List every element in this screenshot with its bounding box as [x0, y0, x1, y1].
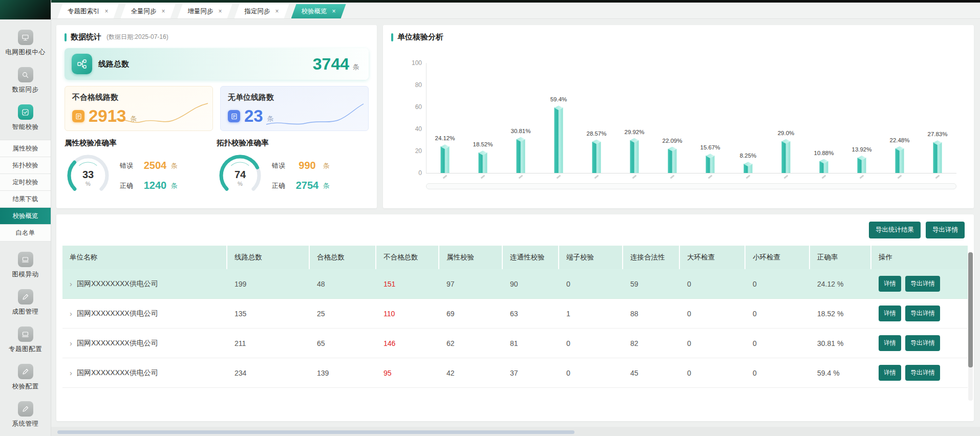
- tab-增量同步[interactable]: 增量同步×: [178, 4, 232, 18]
- tab-校验概览[interactable]: 校验概览×: [291, 4, 346, 18]
- row-actions-cell: 详情导出详情: [871, 365, 968, 381]
- table-row[interactable]: ›国网XXXXXXXX供电公司2116514662810820030.81 %详…: [62, 329, 968, 358]
- document-icon: [228, 110, 240, 122]
- sidebar-item-图模异动[interactable]: 图模异动: [0, 252, 51, 279]
- tab-close-icon[interactable]: ×: [332, 8, 336, 15]
- bar-27.83%: [933, 142, 942, 173]
- bar-30.81%: [517, 139, 525, 173]
- table-cell: 18.52 %: [810, 310, 871, 318]
- bar-top-cap: [479, 150, 487, 155]
- sidebar-item-电网图模中心[interactable]: 电网图模中心: [0, 30, 51, 57]
- attribute-correct-count: 1240: [139, 180, 171, 191]
- grid-model-center-icon: [18, 30, 33, 45]
- sidebar-subitem-拓扑校验[interactable]: 拓扑校验: [0, 157, 51, 174]
- row-actions-cell: 详情导出详情: [871, 276, 968, 292]
- bar-top-cap: [896, 146, 904, 151]
- attribute-accuracy-gauge: 33 %: [65, 152, 112, 199]
- bar-value-label: 13.92%: [851, 146, 871, 152]
- sidebar: 电网图模中心数据同步智能校验 属性校验拓扑校验定时校验结果下载校验概览白名单 图…: [0, 0, 51, 436]
- tab-close-icon[interactable]: ×: [105, 8, 109, 15]
- topology-error-row: 错误 990 条: [272, 160, 332, 171]
- tab-close-icon[interactable]: ×: [275, 8, 279, 15]
- sidebar-item-专题图配置[interactable]: 专题图配置: [0, 326, 51, 354]
- detail-button[interactable]: 详情: [879, 365, 901, 381]
- table-row[interactable]: ›国网XXXXXXXX供电公司1352511069631880018.52 %详…: [62, 299, 968, 329]
- column-header-合格总数: 合格总数: [310, 246, 376, 269]
- export-details-button[interactable]: 导出详情: [926, 222, 965, 238]
- table-cell: 81: [503, 339, 559, 347]
- line-total-unit: 条: [353, 62, 359, 72]
- expand-chevron-icon[interactable]: ›: [70, 279, 72, 288]
- y-axis-tick: 80: [400, 81, 422, 89]
- y-axis-tick: 20: [400, 147, 422, 155]
- theme-map-config-icon: [18, 326, 33, 342]
- chart-datazoom-slider[interactable]: [426, 183, 956, 189]
- model-change-icon: [18, 252, 33, 267]
- table-row[interactable]: ›国网XXXXXXXX供电公司1994815197900590024.12 %详…: [62, 269, 968, 299]
- tab-close-icon[interactable]: ×: [219, 8, 222, 15]
- table-header-row: 单位名称线路总数合格总数不合格总数属性校验连通性校验端子校验连接合法性大环检查小…: [62, 246, 968, 269]
- sidebar-item-数据同步[interactable]: 数据同步: [0, 67, 51, 94]
- table-row[interactable]: ›国网XXXXXXXX供电公司2341399542370450059.4 %详情…: [62, 358, 968, 388]
- table-toolbar: 导出统计结果 导出详情: [62, 222, 968, 238]
- sidebar-item-系统管理[interactable]: 系统管理: [0, 401, 51, 428]
- x-axis-label-mark: [860, 175, 864, 179]
- export-detail-button[interactable]: 导出详情: [905, 306, 940, 321]
- tab-close-icon[interactable]: ×: [162, 8, 165, 15]
- bar-24.12%: [441, 146, 450, 173]
- sidebar-item-校验配置[interactable]: 校验配置: [0, 364, 51, 391]
- bar-13.92%: [858, 158, 866, 173]
- expand-chevron-icon[interactable]: ›: [70, 339, 72, 347]
- column-header-端子校验: 端子校验: [559, 246, 623, 269]
- table-cell: 45: [623, 369, 680, 377]
- detail-button[interactable]: 详情: [879, 276, 901, 292]
- attribute-error-count: 2504: [139, 160, 171, 171]
- tab-指定同步[interactable]: 指定同步×: [235, 4, 289, 18]
- table-cell: 0: [680, 369, 745, 377]
- data-statistics-panel: 数据统计 (数据日期:2025-07-16) 线路总数 3744 条 不合格: [56, 25, 377, 208]
- unit-name-cell: ›国网XXXXXXXX供电公司: [62, 279, 227, 289]
- top-row: 数据统计 (数据日期:2025-07-16) 线路总数 3744 条 不合格: [56, 25, 974, 208]
- bar-value-label: 10.88%: [814, 150, 834, 156]
- topology-error-count: 990: [291, 160, 323, 171]
- table-vertical-scrollbar-thumb[interactable]: [968, 252, 973, 367]
- export-detail-button[interactable]: 导出详情: [905, 365, 940, 381]
- sidebar-item-成图管理[interactable]: 成图管理: [0, 289, 51, 316]
- line-total-label: 线路总数: [98, 59, 129, 69]
- sidebar-subitem-白名单[interactable]: 白名单: [0, 225, 51, 242]
- export-detail-button[interactable]: 导出详情: [905, 276, 940, 292]
- column-header-大环检查: 大环检查: [680, 246, 745, 269]
- table-cell: 48: [310, 280, 376, 288]
- tab-全量同步[interactable]: 全量同步×: [121, 4, 176, 18]
- expand-chevron-icon[interactable]: ›: [70, 309, 72, 318]
- sidebar-subitem-校验概览[interactable]: 校验概览: [0, 208, 51, 225]
- export-detail-button[interactable]: 导出详情: [905, 335, 940, 351]
- sidebar-item-智能校验[interactable]: 智能校验: [0, 104, 51, 132]
- table-cell: 37: [503, 369, 559, 377]
- detail-button[interactable]: 详情: [879, 306, 901, 321]
- unit-table-panel: 导出统计结果 导出详情 单位名称线路总数合格总数不合格总数属性校验连通性校验端子…: [56, 214, 974, 421]
- sidebar-submenu: 属性校验拓扑校验定时校验结果下载校验概览白名单: [0, 140, 51, 242]
- bar-value-label: 29.92%: [624, 129, 644, 135]
- x-axis-label-mark: [898, 175, 902, 179]
- sidebar-subitem-定时校验[interactable]: 定时校验: [0, 174, 51, 191]
- x-axis-label-mark: [822, 175, 826, 179]
- column-header-操作: 操作: [871, 246, 968, 269]
- table-cell: 146: [376, 339, 439, 347]
- bar-value-label: 29.0%: [778, 130, 795, 136]
- app-root: 电网图模中心数据同步智能校验 属性校验拓扑校验定时校验结果下载校验概览白名单 图…: [0, 0, 980, 436]
- export-statistics-button[interactable]: 导出统计结果: [869, 222, 921, 238]
- sidebar-subitem-属性校验[interactable]: 属性校验: [0, 140, 51, 157]
- horizontal-scrollbar-thumb[interactable]: [57, 430, 574, 434]
- expand-chevron-icon[interactable]: ›: [70, 368, 72, 377]
- table-cell: 65: [310, 339, 376, 347]
- bar-value-label: 15.67%: [700, 144, 720, 150]
- x-axis-label-mark: [557, 175, 561, 179]
- sidebar-subitem-结果下载[interactable]: 结果下载: [0, 191, 51, 208]
- detail-button[interactable]: 详情: [879, 335, 901, 351]
- bar-value-label: 24.12%: [435, 135, 455, 141]
- table-cell: 0: [745, 310, 810, 318]
- tab-专题图索引[interactable]: 专题图索引×: [57, 4, 119, 18]
- topology-correct-row: 正确 2754 条: [272, 180, 332, 191]
- table-cell: 42: [439, 369, 503, 377]
